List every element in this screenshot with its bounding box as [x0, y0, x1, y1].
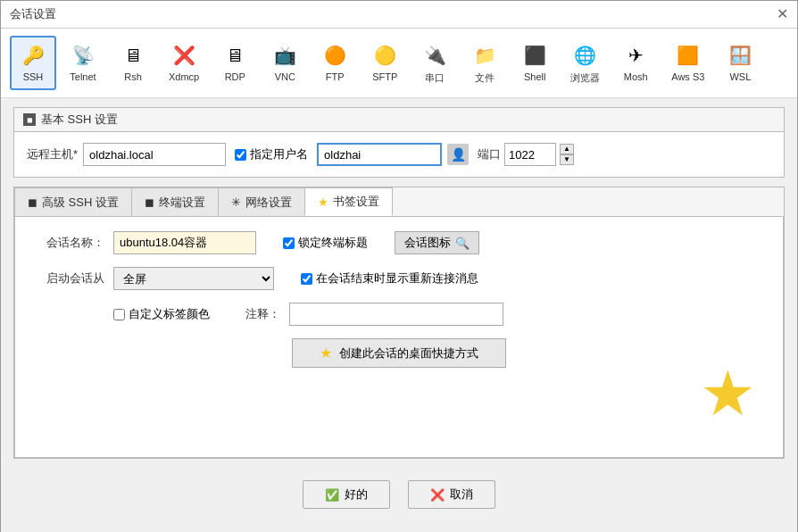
- host-input[interactable]: [83, 143, 226, 166]
- protocol-label-ssh: SSH: [23, 71, 44, 82]
- protocol-label-mosh: Mosh: [624, 71, 648, 82]
- ok-label: 好的: [345, 486, 368, 503]
- protocol-item-serial[interactable]: 🔌 串口: [411, 36, 458, 90]
- protocol-icon-files: 📁: [470, 41, 499, 70]
- lock-title-checkbox[interactable]: [283, 237, 295, 249]
- network-tab-icon: ✳: [231, 195, 241, 209]
- port-down-button[interactable]: ▼: [560, 154, 574, 165]
- protocol-item-mosh[interactable]: ✈ Mosh: [612, 36, 659, 90]
- protocol-label-sftp: SFTP: [372, 71, 397, 82]
- protocol-label-files: 文件: [475, 71, 495, 85]
- session-name-label: 会话名称：: [33, 235, 104, 251]
- decorative-star-icon: ★: [700, 357, 756, 430]
- terminal-tab-label: 终端设置: [159, 195, 205, 211]
- protocol-icon-wsl: 🪟: [726, 41, 754, 70]
- reconnect-checkbox[interactable]: [301, 273, 312, 285]
- protocol-item-browser[interactable]: 🌐 浏览器: [561, 36, 609, 90]
- tab-terminal[interactable]: ◼ 终端设置: [131, 187, 219, 216]
- protocol-icon-vnc: 📺: [270, 41, 299, 70]
- protocol-icon-xdmcp: ❌: [170, 41, 198, 70]
- protocol-bar: 🔑 SSH 📡 Telnet 🖥 Rsh ❌ Xdmcp 🖥 RDP 📺 VNC…: [1, 29, 797, 98]
- note-input[interactable]: [289, 303, 503, 326]
- custom-color-checkbox[interactable]: [113, 309, 125, 320]
- specify-user-row: 指定用户名: [235, 146, 308, 162]
- protocol-item-rsh[interactable]: 🖥 Rsh: [110, 36, 156, 90]
- ok-icon: ✅: [325, 488, 339, 502]
- bookmark-tab-content: 会话名称： 锁定终端标题 会话图标 🔍 启动会话从 全屏: [14, 217, 784, 458]
- protocol-label-awss3: Aws S3: [671, 71, 704, 82]
- cancel-label: 取消: [450, 486, 473, 503]
- protocol-icon-mosh: ✈: [621, 41, 650, 70]
- basic-ssh-header: ◼ 基本 SSH 设置: [14, 108, 784, 132]
- username-input[interactable]: [317, 143, 442, 166]
- note-label: 注释：: [245, 306, 280, 322]
- tab-network[interactable]: ✳ 网络设置: [218, 187, 305, 216]
- protocol-icon-shell: ⬛: [520, 41, 549, 70]
- protocol-label-vnc: VNC: [275, 71, 295, 82]
- host-field-row: 远程主机*: [27, 143, 226, 166]
- protocol-item-sftp[interactable]: 🟡 SFTP: [362, 36, 408, 90]
- session-name-input[interactable]: [113, 231, 256, 254]
- custom-color-label: 自定义标签颜色: [129, 306, 210, 322]
- session-settings-window: 会话设置 ✕ 🔑 SSH 📡 Telnet 🖥 Rsh ❌ Xdmcp 🖥 RD…: [0, 0, 798, 532]
- advanced-tab-label: 高级 SSH 设置: [42, 195, 119, 211]
- custom-color-row: 自定义标签颜色 注释：: [33, 303, 765, 326]
- protocol-icon-rdp: 🖥: [220, 41, 249, 70]
- port-spinner[interactable]: ▲ ▼: [560, 144, 574, 165]
- startup-select[interactable]: 全屏 窗口 最小化: [113, 267, 274, 290]
- shortcut-star-icon: ★: [320, 345, 332, 362]
- cancel-icon: ❌: [430, 488, 445, 502]
- search-icon: 🔍: [455, 237, 470, 250]
- ok-button[interactable]: ✅ 好的: [303, 480, 390, 509]
- specify-user-checkbox[interactable]: [235, 149, 246, 161]
- startup-label: 启动会话从: [33, 270, 104, 287]
- protocol-icon-ssh: 🔑: [19, 41, 47, 70]
- close-button[interactable]: ✕: [777, 7, 788, 21]
- protocol-item-files[interactable]: 📁 文件: [461, 36, 508, 90]
- protocol-item-shell[interactable]: ⬛ Shell: [511, 36, 558, 90]
- session-icon-label: 会话图标: [404, 235, 451, 251]
- shortcut-button[interactable]: ★ 创建此会话的桌面快捷方式: [292, 338, 506, 368]
- protocol-item-xdmcp[interactable]: ❌ Xdmcp: [160, 36, 208, 90]
- protocol-icon-awss3: 🟧: [674, 41, 702, 70]
- session-name-row: 会话名称： 锁定终端标题 会话图标 🔍: [33, 231, 765, 254]
- protocol-icon-ftp: 🟠: [320, 41, 349, 70]
- user-icon-button[interactable]: 👤: [447, 144, 469, 165]
- tab-bookmark[interactable]: ★ 书签设置: [304, 187, 393, 216]
- protocol-label-xdmcp: Xdmcp: [169, 71, 199, 82]
- protocol-icon-serial: 🔌: [420, 41, 449, 70]
- port-label: 端口: [478, 146, 501, 162]
- protocol-label-shell: Shell: [524, 71, 545, 82]
- basic-ssh-title: 基本 SSH 设置: [41, 112, 118, 128]
- cancel-button[interactable]: ❌ 取消: [408, 480, 495, 509]
- reconnect-row: 在会话结束时显示重新连接消息: [301, 270, 478, 287]
- port-field-row: 端口 ▲ ▼: [478, 143, 574, 166]
- shortcut-btn-label: 创建此会话的桌面快捷方式: [339, 345, 478, 362]
- advanced-tab-icon: ◼: [28, 195, 37, 209]
- port-up-button[interactable]: ▲: [560, 144, 574, 154]
- protocol-label-rdp: RDP: [225, 71, 245, 82]
- protocol-label-ftp: FTP: [326, 71, 345, 82]
- network-tab-label: 网络设置: [245, 195, 292, 211]
- protocol-item-ssh[interactable]: 🔑 SSH: [10, 36, 56, 90]
- port-input[interactable]: [504, 143, 556, 166]
- protocol-icon-telnet: 📡: [69, 41, 97, 70]
- host-label: 远程主机*: [27, 146, 78, 162]
- tab-advanced[interactable]: ◼ 高级 SSH 设置: [14, 187, 132, 216]
- basic-ssh-section: ◼ 基本 SSH 设置 远程主机* 指定用户名 👤 端口: [13, 107, 785, 178]
- session-icon-button[interactable]: 会话图标 🔍: [395, 231, 479, 254]
- content-area: ◼ 基本 SSH 设置 远程主机* 指定用户名 👤 端口: [1, 98, 797, 532]
- protocol-item-vnc[interactable]: 📺 VNC: [262, 36, 308, 90]
- protocol-label-browser: 浏览器: [570, 71, 600, 85]
- startup-row: 启动会话从 全屏 窗口 最小化 在会话结束时显示重新连接消息: [33, 267, 765, 290]
- protocol-item-telnet[interactable]: 📡 Telnet: [60, 36, 106, 90]
- protocol-item-awss3[interactable]: 🟧 Aws S3: [662, 36, 713, 90]
- lock-title-row: 锁定终端标题: [283, 235, 368, 251]
- protocol-icon-sftp: 🟡: [370, 41, 399, 70]
- protocol-item-ftp[interactable]: 🟠 FTP: [312, 36, 358, 90]
- protocol-label-telnet: Telnet: [70, 71, 96, 82]
- protocol-item-rdp[interactable]: 🖥 RDP: [212, 36, 258, 90]
- ssh-section-icon: ◼: [23, 113, 36, 126]
- protocol-item-wsl[interactable]: 🪟 WSL: [717, 36, 763, 90]
- bookmark-tab-icon: ★: [318, 195, 328, 209]
